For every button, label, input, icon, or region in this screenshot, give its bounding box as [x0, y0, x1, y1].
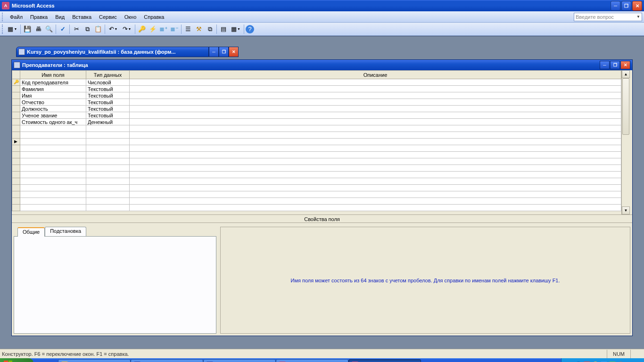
cell-field-name[interactable]: Ученое звание	[20, 112, 86, 119]
cell-data-type[interactable]	[86, 158, 130, 165]
task-button[interactable]: Kursy_po_povysheni...	[276, 359, 348, 362]
task-button[interactable]: ИТ	[58, 359, 131, 362]
cell-description[interactable]	[130, 86, 621, 92]
cell-field-name[interactable]: Отчество	[20, 99, 86, 106]
row-selector[interactable]	[12, 92, 20, 99]
row-selector[interactable]	[12, 145, 20, 152]
menu-insert[interactable]: Вставка	[68, 13, 95, 21]
row-selector[interactable]	[12, 106, 20, 112]
menu-window[interactable]: Окно	[121, 13, 140, 21]
redo-button[interactable]: ↷▼	[120, 24, 133, 34]
row-selector[interactable]	[12, 152, 20, 158]
cell-data-type[interactable]	[86, 165, 130, 172]
row-selector[interactable]	[12, 165, 20, 172]
undo-button[interactable]: ↶▼	[107, 24, 120, 34]
help-question-input[interactable]: Введите вопрос ▼	[574, 13, 642, 21]
database-button[interactable]: ▤	[218, 24, 229, 34]
cell-description[interactable]	[130, 79, 621, 86]
row-selector[interactable]	[12, 99, 20, 106]
indexes-button[interactable]: ⚡	[148, 24, 158, 34]
cell-field-name[interactable]	[20, 158, 86, 165]
cell-description[interactable]	[130, 92, 621, 99]
cell-field-name[interactable]	[20, 172, 86, 178]
paste-button[interactable]: 📋	[93, 24, 103, 34]
menu-file[interactable]: Файл	[6, 13, 26, 21]
header-data-type[interactable]: Тип данных	[86, 71, 130, 79]
cell-data-type[interactable]	[86, 172, 130, 178]
cell-data-type[interactable]	[86, 185, 130, 191]
menubar-grip[interactable]	[2, 13, 4, 21]
start-button[interactable]: пуск	[0, 358, 33, 362]
cell-data-type[interactable]: Числовой	[86, 79, 130, 86]
delete-row-button[interactable]: ≣⁻	[169, 24, 180, 34]
cell-field-name[interactable]	[20, 132, 86, 139]
select-all-rows[interactable]	[12, 71, 20, 79]
cell-field-name[interactable]	[20, 125, 86, 132]
row-selector[interactable]	[12, 198, 20, 205]
row-selector[interactable]	[12, 185, 20, 191]
scroll-up-button[interactable]: ▲	[622, 70, 630, 78]
close-button[interactable]: ✕	[632, 1, 642, 11]
fields-scrollbar[interactable]: ▲ ▼	[621, 70, 630, 214]
maximize-button[interactable]: ❐	[621, 1, 631, 11]
save-button[interactable]: 💾	[22, 24, 33, 34]
cut-button[interactable]: ✂	[71, 24, 82, 34]
cell-description[interactable]	[130, 132, 621, 139]
row-selector[interactable]	[12, 86, 20, 92]
cell-data-type[interactable]: Текстовый	[86, 112, 130, 119]
cell-field-name[interactable]	[20, 185, 86, 191]
row-selector[interactable]	[12, 79, 20, 86]
row-selector[interactable]	[12, 125, 20, 132]
menu-help[interactable]: Справка	[140, 13, 168, 21]
cell-description[interactable]	[130, 191, 621, 198]
cell-field-name[interactable]: Код преподавателя	[20, 79, 86, 86]
row-selector[interactable]	[12, 132, 20, 139]
row-selector[interactable]	[12, 158, 20, 165]
spelling-button[interactable]: ✓	[58, 24, 68, 34]
menu-edit[interactable]: Правка	[26, 13, 51, 21]
cell-description[interactable]	[130, 139, 621, 145]
cell-data-type[interactable]	[86, 139, 130, 145]
tw-close-button[interactable]: ✕	[620, 61, 630, 69]
row-selector[interactable]	[12, 172, 20, 178]
tab-general[interactable]: Общие	[17, 227, 45, 237]
preview-button[interactable]: 🔍	[44, 24, 54, 34]
cell-data-type[interactable]: Текстовый	[86, 86, 130, 92]
task-button[interactable]: Zadania_na_ekzamen...	[131, 359, 203, 362]
db-maximize-button[interactable]: ❐	[219, 47, 229, 57]
cell-data-type[interactable]	[86, 205, 130, 211]
insert-row-button[interactable]: ≣⁺	[158, 24, 169, 34]
cell-description[interactable]	[130, 158, 621, 165]
cell-description[interactable]	[130, 165, 621, 172]
cell-field-name[interactable]	[20, 139, 86, 145]
cell-description[interactable]	[130, 112, 621, 119]
scroll-thumb[interactable]	[622, 78, 629, 135]
row-selector[interactable]	[12, 139, 20, 145]
cell-field-name[interactable]	[20, 198, 86, 205]
cell-data-type[interactable]: Денежный	[86, 119, 130, 125]
task-button[interactable]: Отчет - Microsoft Word	[203, 359, 276, 362]
cell-data-type[interactable]: Текстовый	[86, 106, 130, 112]
copy-button[interactable]: ⧉	[82, 24, 92, 34]
menu-view[interactable]: Вид	[51, 13, 68, 21]
cell-field-name[interactable]: Должность	[20, 106, 86, 112]
cell-data-type[interactable]	[86, 145, 130, 152]
cell-field-name[interactable]	[20, 205, 86, 211]
row-selector[interactable]	[12, 112, 20, 119]
relationships-button[interactable]: ⧉	[205, 24, 215, 34]
properties-content[interactable]	[14, 236, 216, 334]
cell-description[interactable]	[130, 172, 621, 178]
row-selector[interactable]	[12, 119, 20, 125]
cell-field-name[interactable]	[20, 191, 86, 198]
menu-service[interactable]: Сервис	[95, 13, 121, 21]
view-button[interactable]: ▦▼	[6, 24, 19, 34]
help-button[interactable]: ?	[246, 25, 254, 33]
row-selector[interactable]	[12, 205, 20, 211]
cell-description[interactable]	[130, 198, 621, 205]
tw-maximize-button[interactable]: ❐	[610, 61, 620, 69]
properties-button[interactable]: ☰	[183, 24, 193, 34]
cell-data-type[interactable]	[86, 132, 130, 139]
row-selector[interactable]	[12, 191, 20, 198]
header-field-name[interactable]: Имя поля	[20, 71, 86, 79]
fields-grid[interactable]: Имя поля Тип данных Описание Код препода…	[12, 70, 621, 211]
